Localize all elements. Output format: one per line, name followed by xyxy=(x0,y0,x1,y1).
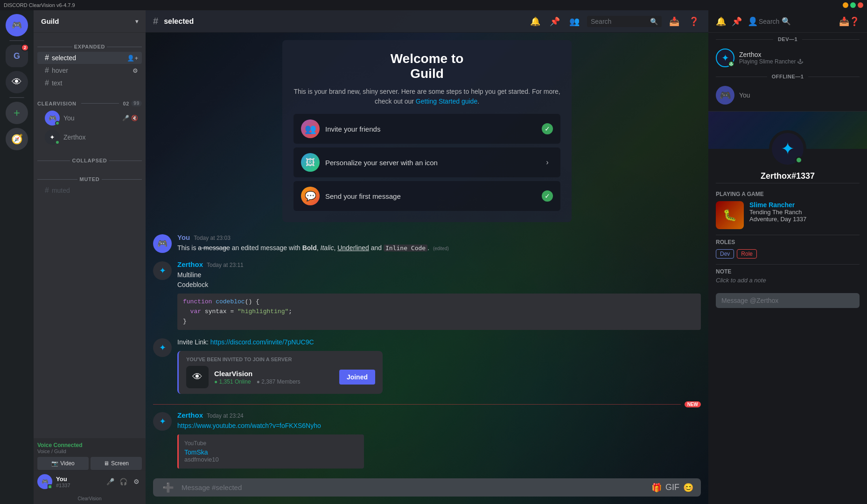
note-text: Click to add a note xyxy=(716,277,860,284)
user-controls: 🎤 🎧 ⚙ xyxy=(105,476,142,487)
personalize-label: Personalize your server with an icon xyxy=(325,159,536,167)
note-label: NOTE xyxy=(716,268,860,275)
emoji-icon[interactable]: 😊 xyxy=(683,483,693,493)
you-msg-username: You xyxy=(177,233,190,241)
help-icon[interactable]: ❓ xyxy=(687,14,701,28)
search-box[interactable]: Search 🔍 xyxy=(587,16,662,27)
dm-placeholder: Message @Zerthox xyxy=(721,297,778,304)
deafen-button[interactable]: 🎧 xyxy=(118,476,129,487)
checklist-item-message[interactable]: 💬 Send your first message ✓ xyxy=(294,181,560,211)
function-name: codebloc xyxy=(216,298,245,305)
category-muted: MUTED xyxy=(34,169,146,184)
roles-label: ROLES xyxy=(716,239,860,245)
mute-button[interactable]: 🎤 xyxy=(105,476,116,487)
code-paren: () { xyxy=(245,298,259,305)
channel-item-hover[interactable]: # hover ⚙ xyxy=(37,64,142,77)
first-message-icon: 💬 xyxy=(301,187,320,205)
app-title: DISCORD ClearVision v6-4.7.9 xyxy=(4,2,75,8)
server-icon-guild[interactable]: G 2 xyxy=(6,45,28,67)
zerthox-ml-activity: Playing Slime Rancher 🕹 xyxy=(739,58,803,65)
profile-panel: ✦ Zerthox#1337 PLAYING A GAME 🐛 Slime Ra… xyxy=(708,111,867,315)
you-member-list-item[interactable]: 🎮 You xyxy=(708,83,867,107)
add-user-icon[interactable]: 👤+ xyxy=(127,55,138,62)
pin-icon[interactable]: 📌 xyxy=(548,14,562,28)
gif-icon[interactable]: GIF xyxy=(665,483,679,492)
clearvision-icon: 👁 xyxy=(12,76,22,88)
keyword-function: function xyxy=(183,298,216,305)
dev-section-header: DEV—1 xyxy=(708,33,867,46)
member-item-you[interactable]: 🎮 You 🎤 🔇 xyxy=(37,109,142,127)
add-server-button[interactable]: + xyxy=(6,102,28,124)
gift-icon[interactable]: 🎁 xyxy=(651,483,662,493)
cat-line-muted-r xyxy=(102,179,142,180)
youtube-link[interactable]: https://www.youtube.com/watch?v=foFKXS6N… xyxy=(177,422,321,429)
video-button[interactable]: 📷 Video xyxy=(37,457,89,470)
channel-item-selected[interactable]: # selected 👤+ xyxy=(37,52,142,64)
youtube-embed: YouTube TomSka asdfmovie10 xyxy=(177,434,364,469)
zerthox-member-list-item[interactable]: ✦ 🕹 Zerthox Playing Slime Rancher 🕹 xyxy=(708,46,867,70)
strikethrough-text: a message xyxy=(198,244,230,252)
dev-line-right xyxy=(802,39,860,40)
members-icon[interactable]: 👥 xyxy=(567,14,581,28)
clearvision-category-name: ClearVision xyxy=(37,101,77,106)
zerthox-ml-name: Zerthox xyxy=(739,51,803,58)
zerthox-yt-username: Zerthox xyxy=(177,411,203,419)
server-list: 🎮 G 2 👁 + 🧭 xyxy=(0,10,34,504)
messages-area[interactable]: Welcome toGuild This is your brand new, … xyxy=(146,33,708,478)
server-header[interactable]: Guild ▾ xyxy=(34,10,146,33)
close-button[interactable] xyxy=(858,2,863,8)
server-icon-home[interactable]: 🎮 xyxy=(6,14,28,36)
explore-icon: 🧭 xyxy=(11,133,23,145)
code-indent xyxy=(183,308,190,315)
channel-header-hash: # xyxy=(153,16,158,27)
invite-url[interactable]: https://discord.com/invite/7pNUC9C xyxy=(210,338,314,346)
minimize-button[interactable] xyxy=(843,2,848,8)
zerthox-playing-badge: 🕹 xyxy=(728,61,734,67)
channel-item-muted[interactable]: # muted xyxy=(37,184,142,196)
settings-icon[interactable]: ⚙ xyxy=(133,67,138,74)
headphone-icon: 🔇 xyxy=(131,115,138,121)
friends-icon[interactable]: 👤 xyxy=(748,16,758,27)
edited-marker: (edited) xyxy=(433,246,449,251)
voice-location-text: Voice / Guild xyxy=(37,448,142,454)
new-badge: NEW xyxy=(685,401,701,407)
server-name: Guild xyxy=(41,17,59,25)
main-content: # selected 🔔 📌 👥 Search 🔍 📥 ❓ Welcome to… xyxy=(146,10,708,504)
getting-started-link[interactable]: Getting Started guide xyxy=(416,98,477,105)
screen-button[interactable]: 🖥 Screen xyxy=(91,457,142,470)
bell-icon[interactable]: 🔔 xyxy=(528,14,542,28)
dm-input[interactable]: Message @Zerthox xyxy=(716,293,860,308)
user-settings-button[interactable]: ⚙ xyxy=(131,476,142,487)
inbox-icon[interactable]: 📥 xyxy=(667,14,681,28)
checklist-item-invite[interactable]: 👥 Invite your friends ✓ xyxy=(294,114,560,144)
checklist-item-personalize[interactable]: 🖼 Personalize your server with an icon › xyxy=(294,147,560,177)
you-avatar-icon: 🎮 xyxy=(49,114,56,122)
underline-text: Underlined xyxy=(337,244,369,252)
string-value: "highlighting" xyxy=(238,308,288,315)
join-server-button[interactable]: Joined xyxy=(339,370,375,385)
server-icon-clearvision[interactable]: 👁 xyxy=(6,71,28,93)
notification-icon[interactable]: 🔔 xyxy=(716,16,726,27)
zerthox-invite-icon: ✦ xyxy=(159,343,166,353)
clearvision-badge2: 99 xyxy=(131,100,142,106)
camera-icon: 📷 xyxy=(51,460,58,467)
pin-right-icon[interactable]: 📌 xyxy=(732,16,742,27)
invite-embed: YOU'VE BEEN INVITED TO JOIN A SERVER 👁 C… xyxy=(177,351,383,394)
code-semi: ; xyxy=(288,308,292,315)
you-ml-name: You xyxy=(739,91,750,99)
search-icon: 🔍 xyxy=(650,18,658,25)
message-group-zerthox-yt: ✦ Zerthox Today at 23:24 https://www.you… xyxy=(153,411,701,469)
zerthox-msg-username: Zerthox xyxy=(177,260,203,268)
help-right-icon[interactable]: ❓ xyxy=(849,16,860,27)
personalize-arrow: › xyxy=(542,157,553,168)
message-input[interactable] xyxy=(182,478,646,497)
category-collapsed[interactable]: COLLAPSED xyxy=(34,150,146,165)
member-item-zerthox[interactable]: ✦ Zerthox xyxy=(37,128,142,147)
search-box-right[interactable]: Search 🔍 xyxy=(759,17,833,26)
inbox-right-icon[interactable]: 📥 xyxy=(839,16,849,27)
explore-server-button[interactable]: 🧭 xyxy=(6,128,28,150)
attach-button[interactable]: ➕ xyxy=(161,480,176,495)
maximize-button[interactable] xyxy=(850,2,856,8)
zerthox-invite-avatar: ✦ xyxy=(153,338,172,357)
channel-item-text[interactable]: # text xyxy=(37,77,142,89)
